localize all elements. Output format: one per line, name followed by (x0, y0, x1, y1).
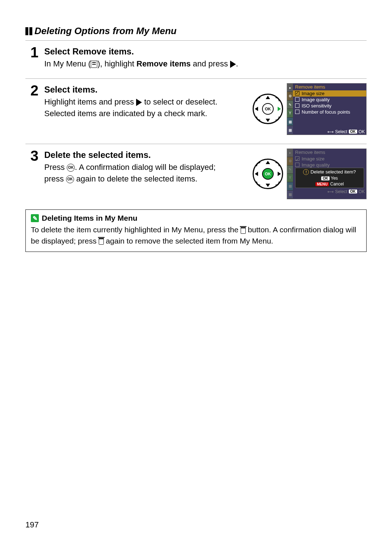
lcd1-row-image-size: Image size (293, 90, 366, 97)
my-menu-icon (91, 61, 97, 68)
lcd2-row-image-quality: Image quality (293, 162, 366, 168)
camera-screen-confirm-delete: ▸⚙✎Y▦▦ Remove items ✓ Image size Image q… (287, 148, 367, 199)
ok-pill-icon: OK (349, 189, 357, 193)
lcd2-confirm-dialog: !Delete selected item? OK Yes MENU Cance… (295, 168, 364, 188)
step-1-number: 1 (25, 45, 38, 60)
checkbox-checked-icon: ✓ (295, 156, 299, 161)
step-1: 1 Select Remove items. In My Menu (), hi… (25, 40, 367, 78)
lcd-tab-bar: ▸⚙✎Y▦▦ (287, 149, 293, 199)
move-icon: ⟷ (327, 189, 334, 194)
ok-pill-icon: OK (321, 176, 330, 180)
ok-button-icon: OK (67, 164, 75, 172)
trash-icon (99, 238, 104, 245)
move-icon: ⟷ (327, 129, 334, 134)
note-text: To delete the item currently highlighted… (31, 224, 361, 246)
dialog-yes: OK Yes (321, 176, 338, 181)
checkbox-checked-icon (295, 91, 299, 95)
menu-pill-icon: MENU (315, 182, 329, 186)
lcd1-row-focus-points: Number of focus points (293, 109, 366, 115)
selector-ok-label: OK (262, 168, 274, 180)
page-number: 197 (25, 520, 39, 530)
step-3-number: 3 (25, 148, 38, 163)
section-title: Deleting Options from My Menu (25, 25, 367, 37)
camera-screen-remove-items: ▸⚙✎Y▦▦ Remove items Image size Image qua… (287, 83, 367, 135)
lcd2-footer: ⟷ Select OK OK (293, 189, 366, 195)
lcd2-title: Remove items (293, 149, 366, 156)
checkbox-icon (295, 103, 299, 108)
lcd1-row-image-quality: Image quality (293, 97, 366, 103)
lcd1-footer: ⟷ Select OK OK (293, 129, 366, 135)
checkbox-icon (295, 163, 299, 167)
lcd1-row-iso: ISO sensitivity (293, 103, 366, 109)
dialog-cancel: MENU Cancel (315, 181, 344, 187)
step-2-text: Highlight items and press to select or d… (44, 96, 233, 119)
step-1-text: In My Menu (), highlight Remove items an… (44, 58, 367, 70)
multi-selector-right-icon: OK (253, 94, 283, 124)
multi-selector-ok-icon: OK (253, 159, 283, 189)
step-3-heading: Delete the selected items. (44, 150, 247, 160)
section-title-text: Deleting Options from My Menu (34, 25, 176, 37)
right-triangle-icon (230, 61, 236, 68)
step-3-text: Press OK. A confirmation dialog will be … (44, 162, 233, 185)
pencil-icon: ✎ (31, 214, 39, 222)
step-2-heading: Select items. (44, 85, 247, 95)
step-2-number: 2 (25, 83, 38, 98)
ok-button-icon: OK (66, 175, 74, 183)
warning-icon: ! (303, 169, 309, 175)
section-bars-icon (25, 27, 32, 35)
lcd1-title: Remove items (293, 83, 366, 90)
selector-ok-label: OK (262, 103, 274, 115)
step-2: 2 Select items. Highlight items and pres… (25, 78, 367, 144)
note-deleting-items: ✎ Deleting Items in My Menu To delete th… (25, 209, 367, 252)
lcd-tab-bar: ▸⚙✎Y▦▦ (287, 83, 293, 135)
right-triangle-icon (136, 99, 142, 106)
trash-icon (241, 227, 246, 234)
checkbox-icon (295, 110, 299, 114)
step-1-heading: Select Remove items. (44, 46, 367, 57)
ok-pill-icon: OK (349, 130, 357, 134)
lcd2-row-image-size: ✓ Image size (293, 156, 366, 162)
checkbox-icon (295, 97, 299, 102)
note-heading: ✎ Deleting Items in My Menu (31, 213, 361, 224)
step-3: 3 Delete the selected items. Press OK. A… (25, 144, 367, 208)
